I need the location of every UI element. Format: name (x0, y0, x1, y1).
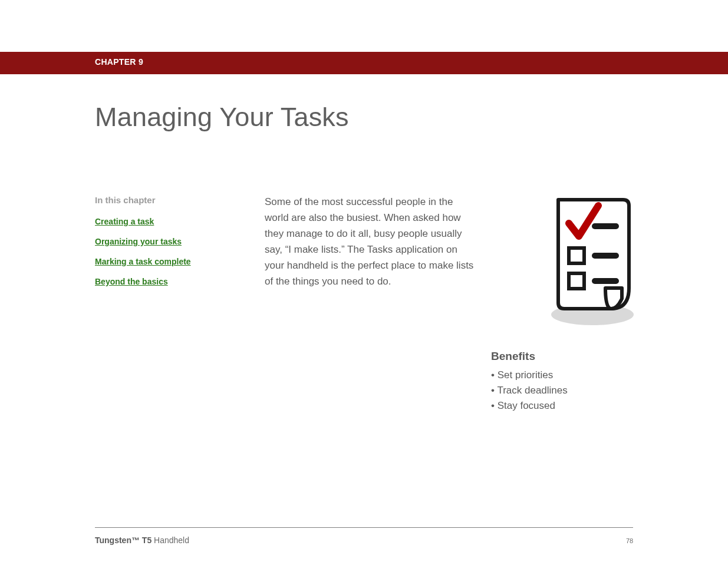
checklist-icon (546, 194, 635, 329)
toc-link-marking-task-complete[interactable]: Marking a task complete (95, 257, 242, 266)
benefits-heading: Benefits (491, 350, 638, 363)
toc-link-beyond-the-basics[interactable]: Beyond the basics (95, 277, 242, 286)
footer-product-bold: Tungsten™ T5 (95, 535, 151, 545)
svg-rect-4 (569, 273, 584, 289)
intro-paragraph: Some of the most successful people in th… (265, 194, 477, 289)
chapter-label: CHAPTER 9 (95, 57, 143, 67)
checklist-illustration (546, 194, 635, 329)
toc-link-organizing-your-tasks[interactable]: Organizing your tasks (95, 237, 242, 246)
in-this-chapter-sidebar: In this chapter Creating a task Organizi… (95, 195, 242, 297)
footer-page-number: 78 (626, 537, 633, 544)
benefit-text: Stay focused (498, 400, 555, 411)
benefit-item: • Stay focused (491, 398, 638, 414)
footer-product-name: Tungsten™ T5 Handheld (95, 535, 189, 545)
footer-rule (95, 527, 633, 528)
footer-product-rest: Handheld (151, 535, 189, 545)
benefit-text: Set priorities (498, 369, 553, 381)
svg-rect-2 (569, 248, 584, 263)
document-page: CHAPTER 9 Managing Your Tasks In this ch… (0, 0, 728, 562)
benefit-text: Track deadlines (497, 385, 567, 396)
page-title: Managing Your Tasks (95, 102, 349, 133)
benefits-section: Benefits • Set priorities • Track deadli… (491, 350, 638, 414)
sidebar-heading: In this chapter (95, 195, 242, 205)
benefit-item: • Track deadlines (491, 383, 638, 398)
toc-link-creating-a-task[interactable]: Creating a task (95, 217, 242, 226)
benefit-item: • Set priorities (491, 368, 638, 383)
